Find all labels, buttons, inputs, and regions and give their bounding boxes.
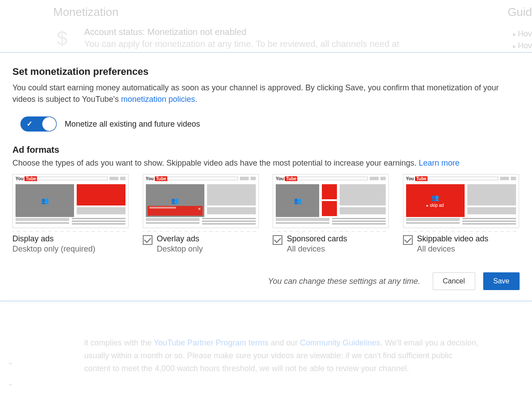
- chevron-down-icon: ⌄: [7, 357, 14, 367]
- right-link-item: Hov: [513, 29, 532, 39]
- display-ad-highlight: [77, 184, 125, 205]
- monetization-preferences-modal: Set monetization preferences You could s…: [0, 52, 532, 301]
- skip-ad-label: skip ad: [426, 203, 444, 208]
- account-status-text: Account status: Monetization not enabled: [84, 27, 399, 37]
- ad-format-overlay-ads: YouTube 👥 ✕ Overlay ads: [143, 174, 260, 254]
- monetize-all-label: Monetize all existing and future videos: [65, 120, 200, 129]
- ad-formats-description: Choose the types of ads you want to show…: [12, 159, 520, 168]
- right-link-item: Hov: [513, 41, 532, 50]
- ad-thumbnail: YouTube 👥 skip ad: [403, 174, 519, 228]
- ad-thumbnail: YouTube 👥: [273, 174, 389, 228]
- sponsored-cards-highlight: [322, 184, 337, 217]
- ad-format-skippable-video-ads: YouTube 👥 skip ad Skippable: [403, 174, 520, 254]
- save-button[interactable]: Save: [483, 272, 520, 290]
- skippable-ad-highlight: 👥 skip ad: [406, 184, 465, 217]
- chevron-down-icon: ⌄: [7, 378, 14, 388]
- ad-format-title: Overlay ads: [157, 234, 203, 244]
- sidebar-heading: Guid: [508, 5, 532, 19]
- learn-more-link[interactable]: Learn more: [419, 159, 460, 167]
- monetization-policies-link[interactable]: monetization policies: [121, 95, 195, 104]
- sponsored-cards-checkbox[interactable]: [273, 235, 282, 245]
- ad-thumbnail: YouTube 👥 ✕: [143, 174, 259, 228]
- page-title: Monetization: [53, 5, 523, 19]
- community-guidelines-link: Community Guidelines: [300, 338, 380, 347]
- ad-format-display-ads: YouTube 👥 Display ads Desktop only (requ…: [12, 174, 129, 254]
- ad-formats-grid: YouTube 👥 Display ads Desktop only (requ…: [12, 174, 520, 254]
- ad-format-title: Sponsored cards: [287, 234, 347, 244]
- modal-description: You could start earning money automatica…: [12, 82, 520, 105]
- dollar-icon: $: [53, 29, 71, 49]
- video-player-icon: 👥 ✕: [146, 184, 204, 217]
- background-bottom-text: it complies with the YouTube Partner Pro…: [84, 337, 479, 375]
- cancel-button[interactable]: Cancel: [433, 272, 475, 290]
- overlay-ads-checkbox[interactable]: [143, 235, 153, 245]
- ad-format-title: Skippable video ads: [417, 234, 489, 244]
- account-status-subtext: You can apply for monetization at any ti…: [84, 39, 399, 49]
- modal-footer: You can change these settings at any tim…: [12, 272, 520, 290]
- partner-terms-link: YouTube Partner Program terms: [154, 338, 269, 347]
- video-player-icon: 👥: [276, 184, 319, 217]
- ad-formats-heading: Ad formats: [12, 145, 520, 155]
- video-player-icon: 👥: [16, 184, 74, 217]
- ad-format-sponsored-cards: YouTube 👥 Sponsored cards: [273, 174, 390, 254]
- toggle-knob: [42, 117, 56, 131]
- footer-note: You can change these settings at any tim…: [268, 277, 420, 286]
- right-link-list: Hov Hov: [513, 27, 532, 53]
- ad-format-subtitle: All devices: [287, 244, 347, 254]
- modal-heading: Set monetization preferences: [12, 66, 520, 77]
- overlay-ad-highlight: ✕: [148, 206, 203, 216]
- ad-format-subtitle: Desktop only: [157, 244, 203, 254]
- collapse-chevrons: ⌄ ⌄: [7, 345, 14, 399]
- check-icon: ✓: [27, 120, 32, 128]
- ad-format-subtitle: All devices: [417, 244, 489, 254]
- monetize-all-toggle[interactable]: ✓: [20, 116, 57, 132]
- ad-format-subtitle: Desktop only (required): [12, 244, 95, 254]
- ad-format-title: Display ads: [12, 234, 95, 244]
- skippable-video-ads-checkbox[interactable]: [403, 235, 413, 245]
- ad-thumbnail: YouTube 👥: [12, 174, 129, 228]
- close-icon: ✕: [198, 207, 201, 211]
